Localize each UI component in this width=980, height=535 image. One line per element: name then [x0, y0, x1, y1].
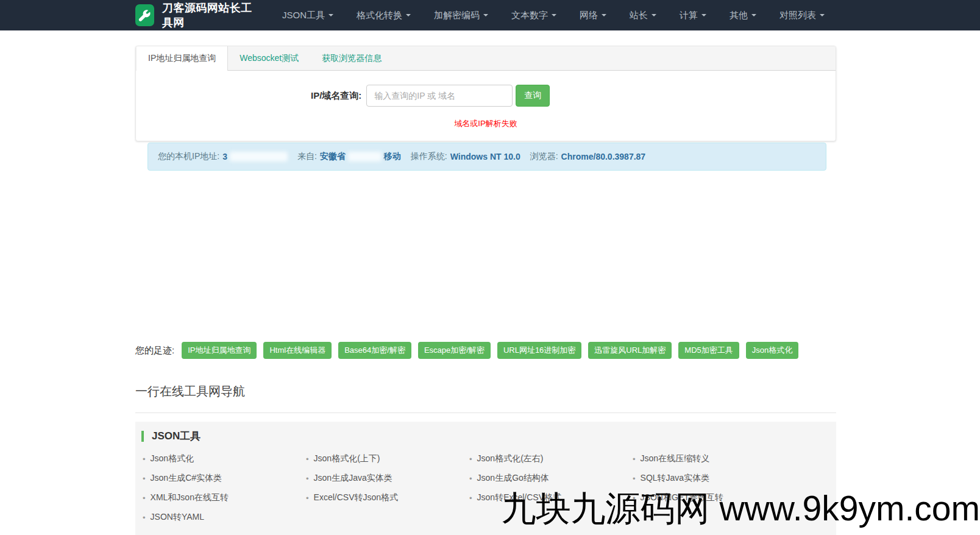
- footprint-tag-html-editor[interactable]: Html在线编辑器: [263, 342, 332, 359]
- link-xml-json-convert[interactable]: XML和Json在线互转: [151, 492, 229, 503]
- footprint-tag-json-format[interactable]: Json格式化: [746, 342, 798, 359]
- bullet-icon: •: [469, 494, 472, 503]
- site-title: 刀客源码网站长工具网: [162, 1, 258, 30]
- json-tools-group-title: JSON工具: [152, 429, 201, 443]
- link-json-compress-escape[interactable]: Json在线压缩转义: [641, 453, 710, 464]
- caret-down-icon: [483, 14, 488, 16]
- link-json-to-go[interactable]: Json生成Go结构体: [477, 473, 549, 484]
- link-json-to-csharp[interactable]: Json生成C#实体类: [151, 473, 222, 484]
- menu-calculate[interactable]: 计算: [668, 1, 718, 30]
- link-json-format-vertical[interactable]: Json格式化(上下): [314, 453, 380, 464]
- location-segment: 来自:安徽省移动: [297, 151, 401, 162]
- query-label: IP/域名查询:: [311, 90, 361, 102]
- bullet-icon: •: [143, 474, 146, 483]
- footprints-label: 您的足迹:: [135, 345, 174, 356]
- site-watermark: 九块九源码网 www.9k9ym.com: [502, 486, 980, 533]
- green-bar-decoration: [141, 431, 144, 442]
- caret-down-icon: [328, 14, 333, 16]
- query-button[interactable]: 查询: [516, 85, 550, 107]
- blurred-ip-value: [230, 152, 288, 161]
- brand[interactable]: 刀客源码网站长工具网: [135, 1, 258, 30]
- menu-network[interactable]: 网络: [568, 1, 618, 30]
- tools-nav-title: 一行在线工具网导航: [135, 383, 836, 413]
- menu-encrypt-encode[interactable]: 加解密编码: [422, 1, 500, 30]
- caret-down-icon: [820, 14, 825, 16]
- bullet-icon: •: [469, 455, 472, 464]
- wrench-logo-icon: [135, 4, 154, 26]
- link-json-to-java[interactable]: Json生成Java实体类: [314, 473, 392, 484]
- tab-ip-lookup[interactable]: IP地址归属地查询: [136, 46, 228, 71]
- menu-text-number[interactable]: 文本数字: [500, 1, 568, 30]
- footprint-tag-md5[interactable]: MD5加密工具: [678, 342, 739, 359]
- menu-json-tools[interactable]: JSON工具: [271, 1, 345, 30]
- bullet-icon: •: [306, 474, 309, 483]
- blurred-location-value: [348, 152, 382, 161]
- tab-browser-info[interactable]: 获取浏览器信息: [310, 46, 393, 70]
- menu-format-convert[interactable]: 格式化转换: [345, 1, 422, 30]
- bullet-icon: •: [306, 455, 309, 464]
- link-json-format[interactable]: Json格式化: [151, 453, 194, 464]
- bullet-icon: •: [633, 474, 636, 483]
- menu-other[interactable]: 其他: [718, 1, 768, 30]
- local-ip-segment: 您的本机IP地址:3: [158, 151, 288, 162]
- tab-websocket-test[interactable]: Websocket测试: [228, 46, 310, 70]
- caret-down-icon: [751, 14, 756, 16]
- bullet-icon: •: [143, 513, 146, 522]
- caret-down-icon: [406, 14, 411, 16]
- bullet-icon: •: [143, 494, 146, 503]
- caret-down-icon: [552, 14, 556, 16]
- footprint-tag-escape[interactable]: Escape加密/解密: [418, 342, 491, 359]
- browser-segment: 浏览器:Chrome/80.0.3987.87: [530, 151, 645, 162]
- caret-down-icon: [602, 14, 606, 16]
- footprint-tag-ip-lookup[interactable]: IP地址归属地查询: [182, 342, 257, 359]
- footprint-tag-url-hex[interactable]: URL网址16进制加密: [497, 342, 581, 359]
- top-navbar: 刀客源码网站长工具网 JSON工具 格式化转换 加解密编码 文本数字 网络 站长…: [0, 0, 980, 30]
- caret-down-icon: [652, 14, 656, 16]
- tab-bar: IP地址归属地查询 Websocket测试 获取浏览器信息: [136, 46, 836, 71]
- menu-webmaster[interactable]: 站长: [618, 1, 668, 30]
- os-segment: 操作系统:Windows NT 10.0: [411, 151, 520, 162]
- caret-down-icon: [701, 14, 706, 16]
- link-json-format-horizontal[interactable]: Json格式化(左右): [477, 453, 544, 464]
- link-json-to-yaml[interactable]: JSON转YAML: [151, 512, 204, 523]
- bullet-icon: •: [469, 474, 472, 483]
- tab-panel-ip-lookup: IP/域名查询: 查询 域名或IP解析失败: [136, 71, 836, 141]
- footprint-tag-thunder-url[interactable]: 迅雷旋风URL加解密: [588, 342, 672, 359]
- resolve-error-message: 域名或IP解析失败: [136, 118, 836, 129]
- ip-domain-input[interactable]: [366, 85, 513, 107]
- link-excel-csv-to-json[interactable]: Excel/CSV转Json格式: [314, 492, 398, 503]
- query-tool-card: IP地址归属地查询 Websocket测试 获取浏览器信息 IP/域名查询: 查…: [135, 46, 836, 141]
- menu-reference-list[interactable]: 对照列表: [768, 1, 836, 30]
- bullet-icon: •: [633, 455, 636, 464]
- local-ip-info-alert: 您的本机IP地址:3 来自:安徽省移动 操作系统:Windows NT 10.0…: [147, 143, 826, 171]
- bullet-icon: •: [143, 455, 146, 464]
- footprint-tag-base64[interactable]: Base64加密/解密: [338, 342, 411, 359]
- footprints-row: 您的足迹: IP地址归属地查询 Html在线编辑器 Base64加密/解密 Es…: [135, 342, 836, 359]
- bullet-icon: •: [306, 494, 309, 503]
- main-menu: JSON工具 格式化转换 加解密编码 文本数字 网络 站长 计算 其他 对照列表: [271, 1, 836, 30]
- link-sql-to-java[interactable]: SQL转Java实体类: [641, 473, 710, 484]
